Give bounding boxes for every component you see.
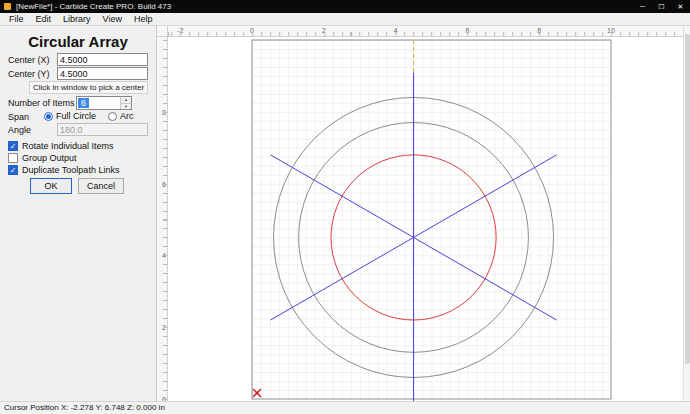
center-x-input[interactable] xyxy=(57,53,148,66)
ruler-left: 86420 xyxy=(157,37,168,401)
center-y-label: Center (Y) xyxy=(8,69,50,79)
vertical-scrollbar[interactable] xyxy=(683,26,690,401)
number-of-items-value[interactable]: 6 xyxy=(78,98,89,108)
center-y-input[interactable] xyxy=(57,67,148,80)
angle-label: Angle xyxy=(8,125,31,135)
checkbox-group-label: Group Output xyxy=(22,153,77,163)
ruler-top-label: -2 xyxy=(177,26,183,36)
menu-library[interactable]: Library xyxy=(57,13,97,25)
checkbox-checked-icon: ✓ xyxy=(8,141,18,151)
maximize-button[interactable]: ☐ xyxy=(652,0,671,13)
close-button[interactable]: ✕ xyxy=(671,0,690,13)
canvas-area: -20246810 86420 xyxy=(157,26,690,401)
checkbox-unchecked-icon xyxy=(8,153,18,163)
menu-help[interactable]: Help xyxy=(128,13,159,25)
radio-selected-icon xyxy=(44,112,53,121)
spinbox-field xyxy=(89,97,120,109)
ruler-top-label: 0 xyxy=(250,26,254,36)
ruler-top: -20246810 xyxy=(168,26,683,37)
radio-full-circle[interactable]: Full Circle xyxy=(44,111,96,121)
minimize-button[interactable]: ─ xyxy=(633,0,652,13)
app-logo-icon xyxy=(4,3,11,10)
radio-unselected-icon xyxy=(108,112,117,121)
menubar: File Edit Library View Help xyxy=(0,13,690,26)
radio-full-circle-label: Full Circle xyxy=(56,111,96,121)
ok-button[interactable]: OK xyxy=(30,178,72,194)
ruler-left-label: 4 xyxy=(162,252,166,259)
check-glyph: ✓ xyxy=(10,142,17,151)
span-label: Span xyxy=(8,112,29,122)
check-glyph: ✓ xyxy=(10,166,17,175)
center-y-row: Center (Y) xyxy=(0,67,156,81)
number-of-items-spinner[interactable]: 6 ▲ ▼ xyxy=(76,96,132,110)
panel-title: Circular Array xyxy=(0,33,156,50)
menu-file[interactable]: File xyxy=(3,13,30,25)
number-of-items-label: Number of Items xyxy=(8,98,75,108)
geometry-layer xyxy=(252,40,611,401)
ruler-top-label: 8 xyxy=(537,26,541,36)
drawing-canvas[interactable] xyxy=(168,37,683,401)
ruler-left-label: 6 xyxy=(162,180,166,187)
ruler-top-label: 4 xyxy=(394,26,398,36)
titlebar: [NewFile*] - Carbide Create PRO. Build 4… xyxy=(0,0,690,13)
stock-boundary xyxy=(252,40,611,399)
center-x-label: Center (X) xyxy=(8,55,50,65)
scrollbar-thumb[interactable] xyxy=(685,34,690,364)
circular-array-panel: Circular Array Center (X) Center (Y) Cli… xyxy=(0,26,157,401)
menu-edit[interactable]: Edit xyxy=(30,13,58,25)
checkbox-duplicate-label: Duplicate Toolpath Links xyxy=(22,165,119,175)
checkbox-duplicate-toolpath-links[interactable]: ✓ Duplicate Toolpath Links xyxy=(8,164,119,176)
checkbox-checked-icon: ✓ xyxy=(8,165,18,175)
origin-marker-dot xyxy=(256,392,259,395)
radio-arc-label: Arc xyxy=(120,111,134,121)
ruler-top-label: 2 xyxy=(322,26,326,36)
spin-down-icon[interactable]: ▼ xyxy=(121,104,131,110)
angle-row: Angle xyxy=(0,123,156,137)
radio-arc[interactable]: Arc xyxy=(108,111,134,121)
checkbox-rotate-individual-items[interactable]: ✓ Rotate Individual Items xyxy=(8,140,114,152)
pick-center-button[interactable]: Click in window to pick a center xyxy=(29,81,148,94)
ruler-top-label: 10 xyxy=(607,26,615,36)
panel-buttons: OK Cancel xyxy=(0,178,156,196)
window-title: [NewFile*] - Carbide Create PRO. Build 4… xyxy=(16,2,633,11)
ruler-left-label: 2 xyxy=(162,324,166,331)
checkbox-group-output[interactable]: Group Output xyxy=(8,152,77,164)
drawing-svg xyxy=(168,37,683,401)
window-controls: ─ ☐ ✕ xyxy=(633,0,690,13)
span-row: Span Full Circle Arc xyxy=(0,110,156,124)
cursor-position-text: Cursor Position X: -2.278 Y: 6.748 Z: 0.… xyxy=(4,403,165,412)
ruler-top-label: 6 xyxy=(465,26,469,36)
ruler-left-label: 8 xyxy=(162,108,166,115)
ruler-corner xyxy=(157,26,168,37)
number-of-items-row: Number of Items 6 ▲ ▼ xyxy=(0,96,156,110)
menu-view[interactable]: View xyxy=(97,13,128,25)
center-x-row: Center (X) xyxy=(0,53,156,67)
spinner-buttons: ▲ ▼ xyxy=(120,97,131,109)
app-window: [NewFile*] - Carbide Create PRO. Build 4… xyxy=(0,0,690,414)
checkbox-rotate-label: Rotate Individual Items xyxy=(22,141,114,151)
cancel-button[interactable]: Cancel xyxy=(78,178,124,194)
angle-input[interactable] xyxy=(57,123,148,136)
statusbar: Cursor Position X: -2.278 Y: 6.748 Z: 0.… xyxy=(0,401,690,414)
